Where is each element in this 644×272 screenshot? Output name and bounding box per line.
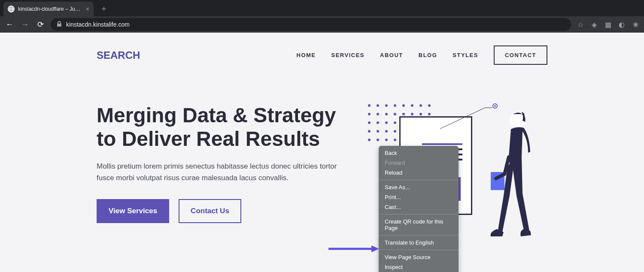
svg-point-29 <box>394 130 396 133</box>
menu-forward: Forward <box>379 158 459 168</box>
person-walking-icon <box>487 110 543 243</box>
svg-point-9 <box>411 104 413 107</box>
svg-point-31 <box>377 139 379 141</box>
nav-home[interactable]: HOME <box>297 52 316 58</box>
tab-bar: kinstacdn-cloudflare – Just an... × + <box>0 0 644 16</box>
svg-point-18 <box>419 113 422 115</box>
svg-point-11 <box>428 104 431 107</box>
forward-button[interactable]: → <box>20 20 30 29</box>
browser-tab[interactable]: kinstacdn-cloudflare – Just an... × <box>3 2 94 16</box>
svg-point-20 <box>368 121 371 124</box>
reload-button[interactable]: ⟳ <box>35 20 46 29</box>
nav-services[interactable]: SERVICES <box>331 52 365 58</box>
contact-us-button[interactable]: Contact Us <box>179 199 241 223</box>
menu-separator <box>379 250 459 250</box>
nav-contact[interactable]: CONTACT <box>494 45 547 65</box>
nav-blog[interactable]: BLOG <box>419 52 437 58</box>
nav-styles[interactable]: STYLES <box>453 52 478 58</box>
menu-save-as[interactable]: Save As... <box>379 182 459 192</box>
tab-close-icon[interactable]: × <box>86 6 89 12</box>
extension-icon-1[interactable]: ◈ <box>590 20 598 29</box>
nav-about[interactable]: ABOUT <box>380 52 403 58</box>
url-text: kinstacdn.kinstalife.com <box>66 21 130 28</box>
menu-translate[interactable]: Translate to English <box>379 238 459 248</box>
site-header: SEARCH HOME SERVICES ABOUT BLOG STYLES C… <box>97 45 547 65</box>
svg-point-23 <box>394 121 396 124</box>
svg-point-7 <box>394 104 396 107</box>
browser-toolbar: ← → ⟳ kinstacdn.kinstalife.com ☆ ◈ ▦ ◐ ❀ <box>0 16 644 33</box>
svg-point-21 <box>377 121 379 124</box>
menu-inspect[interactable]: Inspect <box>379 262 459 272</box>
hero-section: Merging Data & Strategy to Deliver Real … <box>97 103 547 249</box>
lock-icon <box>57 21 62 28</box>
svg-point-14 <box>385 113 388 115</box>
svg-point-27 <box>377 130 379 133</box>
menu-reload[interactable]: Reload <box>379 168 459 178</box>
main-nav: HOME SERVICES ABOUT BLOG STYLES CONTACT <box>297 45 547 65</box>
svg-line-34 <box>440 108 485 129</box>
svg-point-6 <box>385 104 388 107</box>
svg-point-19 <box>428 113 431 115</box>
svg-point-5 <box>377 104 379 107</box>
svg-marker-39 <box>371 245 379 252</box>
context-menu: Back Forward Reload Save As... Print... … <box>379 146 459 272</box>
view-services-button[interactable]: View Services <box>97 199 169 223</box>
svg-point-32 <box>385 139 388 141</box>
new-tab-button[interactable]: + <box>98 3 110 15</box>
extension-icon-4[interactable]: ❀ <box>631 20 640 29</box>
arrow-annotation-icon <box>328 245 379 253</box>
svg-point-10 <box>419 104 422 107</box>
svg-point-26 <box>368 130 371 133</box>
extension-icon-3[interactable]: ◐ <box>617 20 626 29</box>
extension-icon-2[interactable]: ▦ <box>604 20 612 29</box>
svg-point-28 <box>385 130 388 133</box>
site-logo[interactable]: SEARCH <box>97 49 140 61</box>
globe-icon <box>8 6 15 12</box>
menu-qr-code[interactable]: Create QR code for this Page <box>379 217 459 233</box>
svg-point-16 <box>402 113 405 115</box>
svg-point-4 <box>368 104 371 107</box>
svg-point-12 <box>368 113 371 115</box>
hero-description: Mollis pretium lorem primis senectus hab… <box>97 161 337 184</box>
svg-point-22 <box>385 121 388 124</box>
menu-separator <box>379 214 459 215</box>
svg-point-8 <box>402 104 405 107</box>
menu-back[interactable]: Back <box>379 148 459 158</box>
address-bar[interactable]: kinstacdn.kinstalife.com <box>51 18 571 31</box>
menu-print[interactable]: Print... <box>379 192 459 202</box>
back-button[interactable]: ← <box>4 20 15 29</box>
menu-separator <box>379 235 459 236</box>
star-icon[interactable]: ☆ <box>576 20 585 29</box>
svg-point-15 <box>394 113 396 115</box>
menu-view-source[interactable]: View Page Source <box>379 252 459 262</box>
svg-point-33 <box>394 139 396 141</box>
menu-separator <box>379 180 459 180</box>
menu-cast[interactable]: Cast... <box>379 202 459 212</box>
svg-point-30 <box>368 139 371 141</box>
svg-point-17 <box>411 113 413 115</box>
tab-title: kinstacdn-cloudflare – Just an... <box>18 6 82 12</box>
svg-point-13 <box>377 113 379 115</box>
connector-dot-icon <box>492 103 498 109</box>
hero-title: Merging Data & Strategy to Deliver Real … <box>97 103 337 151</box>
svg-rect-3 <box>57 24 61 27</box>
